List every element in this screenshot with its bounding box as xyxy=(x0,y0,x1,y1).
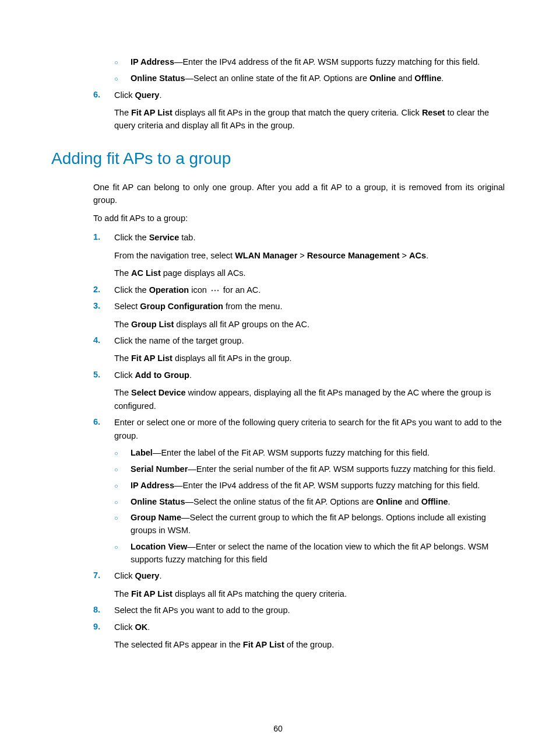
b: WLAN Manager xyxy=(235,251,297,260)
step-text: Click Query. xyxy=(114,89,505,102)
step-7: 7. Click Query. The Fit AP List displays… xyxy=(93,569,505,600)
b: ACs xyxy=(409,251,426,260)
bd: —Enter the serial number of the fit AP. … xyxy=(188,464,495,474)
t: > xyxy=(297,251,307,260)
b: Select Device xyxy=(131,388,186,397)
bullet-ip-address: IP Address—Enter the IPv4 address of the… xyxy=(114,56,505,69)
step-follow-7: The Fit AP List displays all fit APs mat… xyxy=(114,587,505,600)
step-follow-1a: From the navigation tree, select WLAN Ma… xyxy=(114,249,505,262)
b: Resource Management xyxy=(307,251,400,260)
text-bold-query: Query xyxy=(135,90,159,100)
step-number: 9. xyxy=(93,621,108,634)
svg-point-0 xyxy=(211,289,213,291)
bullet-label: Label—Enter the label of the Fit AP. WSM… xyxy=(114,447,505,460)
t: displays all fit APs in the group that m… xyxy=(173,108,422,117)
t: Click xyxy=(114,622,135,632)
b: Query xyxy=(135,571,159,580)
document-page: IP Address—Enter the IPv4 address of the… xyxy=(0,0,556,756)
step-1: 1. Click the Service tab. From the navig… xyxy=(93,231,505,279)
b: AC List xyxy=(131,268,161,278)
bt: Group Name xyxy=(131,513,181,522)
prev-bullet-list: IP Address—Enter the IPv4 address of the… xyxy=(114,56,505,85)
step-text: Enter or select one or more of the follo… xyxy=(114,416,505,442)
bullet-post: . xyxy=(441,74,444,83)
step-6: 6. Enter or select one or more of the fo… xyxy=(93,416,505,566)
bullet-term: Online Status xyxy=(131,74,185,83)
step-6-prev: 6. Click Query. The Fit AP List displays… xyxy=(93,89,505,132)
t: page displays all ACs. xyxy=(161,268,246,278)
t: displays all fit APs in the group. xyxy=(173,354,292,363)
text-post: . xyxy=(159,90,161,100)
b: Group Configuration xyxy=(140,302,223,311)
b: Group List xyxy=(131,320,174,329)
t: for an AC. xyxy=(221,285,261,295)
step-text: Click the name of the target group. xyxy=(114,334,505,347)
step-text: Click the Operation icon for an AC. xyxy=(114,284,505,296)
step-9: 9. Click OK. The selected fit APs appear… xyxy=(93,621,505,652)
bullet-term: IP Address xyxy=(131,57,174,66)
step-number: 4. xyxy=(93,334,108,347)
ellipsis-icon xyxy=(210,288,220,293)
bt: Online Status xyxy=(131,497,185,506)
t: displays all fit AP groups on the AC. xyxy=(174,320,309,329)
post: . xyxy=(448,497,451,506)
t: From the navigation tree, select xyxy=(114,251,235,260)
step-text: Select the fit APs you want to add to th… xyxy=(114,604,505,617)
bullet-group-name: Group Name—Select the current group to w… xyxy=(114,512,505,537)
t: The xyxy=(114,388,131,397)
svg-point-2 xyxy=(217,289,219,291)
opt1: Online xyxy=(376,497,402,506)
step-text: Select Group Configuration from the menu… xyxy=(114,300,505,313)
t: Click xyxy=(114,370,135,380)
operation-bold: Operation xyxy=(149,285,189,295)
t: . xyxy=(159,571,161,580)
t: displays all fit APs matching the query … xyxy=(173,589,347,598)
step-3: 3. Select Group Configuration from the m… xyxy=(93,300,505,331)
t: The xyxy=(114,268,131,278)
bullet-desc: —Enter the IPv4 address of the fit AP. W… xyxy=(174,57,480,66)
t: The xyxy=(114,589,131,598)
t: . xyxy=(426,251,428,260)
bd: —Select the current group to which the f… xyxy=(131,513,486,535)
mid: and xyxy=(402,497,421,506)
t: The xyxy=(114,108,131,117)
t: The xyxy=(114,354,131,363)
steps-list: 1. Click the Service tab. From the navig… xyxy=(93,231,505,651)
service-bold: Service xyxy=(149,233,180,242)
b: Fit AP List xyxy=(131,354,173,363)
b: OK xyxy=(135,622,147,632)
prev-bullets-container: IP Address—Enter the IPv4 address of the… xyxy=(93,56,505,85)
bullet-ip-address: IP Address—Enter the IPv4 address of the… xyxy=(114,480,505,492)
t: Click the xyxy=(114,285,149,295)
fit-ap-list: Fit AP List xyxy=(131,108,173,117)
step-number: 1. xyxy=(93,231,108,244)
step-6-bullets: Label—Enter the label of the Fit AP. WSM… xyxy=(114,447,505,566)
step-number: 6. xyxy=(93,416,108,429)
step-number: 6. xyxy=(93,89,108,102)
option-online: Online xyxy=(370,74,396,83)
step-8: 8. Select the fit APs you want to add to… xyxy=(93,604,505,617)
t: tab. xyxy=(179,233,195,242)
step-4: 4. Click the name of the target group. T… xyxy=(93,334,505,365)
step-number: 5. xyxy=(93,369,108,382)
bt: Label xyxy=(131,448,153,457)
b: Add to Group xyxy=(135,370,189,380)
step-text: Click Add to Group. xyxy=(114,369,505,382)
step-number: 2. xyxy=(93,284,108,296)
t: The xyxy=(114,320,131,329)
t: Click xyxy=(114,571,135,580)
option-offline: Offline xyxy=(414,74,441,83)
svg-point-1 xyxy=(214,289,216,291)
step-text: Click Query. xyxy=(114,569,505,582)
step-follow-3: The Group List displays all fit AP group… xyxy=(114,318,505,331)
bt: Location View xyxy=(131,542,187,551)
t: The selected fit APs appear in the xyxy=(114,640,243,649)
step-2: 2. Click the Operation icon for an AC. xyxy=(93,284,505,296)
t: icon xyxy=(189,285,209,295)
t: . xyxy=(189,370,192,380)
t: of the group. xyxy=(284,640,334,649)
step-follow: The Fit AP List displays all fit APs in … xyxy=(114,106,505,132)
step-follow-4: The Fit AP List displays all fit APs in … xyxy=(114,352,505,365)
page-number: 60 xyxy=(0,723,556,735)
step-number: 8. xyxy=(93,604,108,617)
